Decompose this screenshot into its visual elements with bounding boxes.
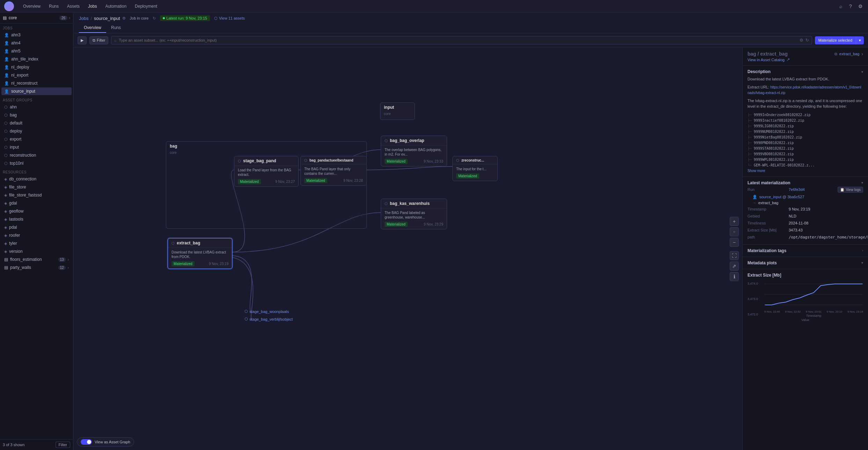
sidebar-item-default[interactable]: ⬡default [1, 119, 72, 127]
bag-bag-overlap-node[interactable]: ⬡ bag_bag_overlap The overlap between BA… [381, 136, 447, 166]
run-value-link[interactable]: 7e6fe3d4 [789, 187, 805, 192]
filter-button[interactable]: ⧉ Filter [89, 36, 108, 44]
metadata-plots-section: Metadata plots ▾ [743, 257, 868, 269]
file-tree-item: ├─9999LIG08102022.zip [747, 123, 863, 129]
view-assets-link[interactable]: ⬡ View 11 assets [214, 16, 245, 21]
run-source-link[interactable]: source_input @ 3ba6c527 [759, 195, 804, 199]
tab-runs[interactable]: Runs [106, 23, 126, 33]
title-prefix: bag / [747, 51, 759, 57]
bag-pandactueelbestaand-node[interactable]: ⬡ bag_pandactueelbestaand The BAG Pand l… [300, 156, 367, 186]
refresh-icon[interactable]: ↻ [805, 38, 809, 43]
sidebar-item-file-store[interactable]: ◈file_store [1, 183, 72, 191]
tree-line: ├─ [747, 157, 752, 163]
jobs-section-label: Jobs [0, 23, 73, 31]
sidebar-item-roofer[interactable]: ◈roofer [1, 231, 72, 239]
help-icon[interactable]: ? [847, 3, 854, 10]
materialize-selected-button[interactable]: Materialize selected ▾ [815, 36, 864, 44]
file-tree-item: └─GEM-WPL-RELATIE-08102022.z... [747, 163, 863, 168]
nav-overview[interactable]: Overview [20, 2, 44, 10]
timeliness-label: Timeliness [747, 221, 786, 225]
sidebar-item-top10nl[interactable]: ⬡top10nl [1, 159, 72, 167]
reconstructie-node[interactable]: ⬡ zreconstruc... The input for the t... … [452, 156, 498, 181]
asset-graph-toggle[interactable]: View as Asset Graph [77, 437, 134, 447]
input-node[interactable]: input core [380, 102, 415, 120]
sidebar-expand-icon[interactable]: › [69, 15, 70, 20]
sidebar-item-gdal[interactable]: ◈gdal [1, 199, 72, 207]
asset-group-icon: ⬡ [4, 121, 8, 126]
show-more-button[interactable]: Show more [747, 169, 765, 173]
toggle-track[interactable] [81, 439, 92, 445]
sidebar-item-geoflow[interactable]: ◈geoflow [1, 207, 72, 215]
sidebar-item-reconstruction[interactable]: ⬡reconstruction [1, 151, 72, 159]
zoom-in-button[interactable]: + [730, 217, 739, 226]
nav-automation[interactable]: Automation [102, 2, 130, 10]
play-button[interactable]: ▶ [78, 36, 87, 44]
sidebar-filter-button[interactable]: Filter [56, 442, 70, 448]
search-bar: ⌕ ⚙ ↻ [111, 36, 812, 44]
collapse-icon[interactable]: › [861, 51, 863, 57]
node-icon: ⬡ [385, 139, 388, 143]
tab-overview[interactable]: Overview [79, 23, 106, 33]
sidebar-item-ahn[interactable]: ⬡ahn [1, 103, 72, 111]
sidebar-item-nl-export[interactable]: 👤nl_export [1, 71, 72, 79]
logo-icon [4, 1, 14, 11]
sidebar-item-bag[interactable]: ⬡bag [1, 111, 72, 119]
job-icon: 👤 [4, 41, 9, 45]
asset-group-icon: ⬡ [4, 153, 8, 158]
stage-bag-pand-node[interactable]: ⬡ stage_bag_pand Load the Pand layer fro… [234, 156, 299, 187]
external-link-label[interactable]: extract_bag [839, 52, 859, 56]
sidebar-item-pdal[interactable]: ◈pdal [1, 223, 72, 231]
settings-icon[interactable]: ⚙ [857, 3, 864, 10]
timestamp-value: 9 Nov, 23:19 [789, 207, 863, 211]
graph-area[interactable]: bag core input core ⬡ extract_bag [73, 48, 742, 450]
materialize-dropdown-arrow[interactable]: ▾ [856, 36, 864, 44]
bag-kas-warenhuis-node[interactable]: ⬡ bag_kas_warenhuis The BAG Pand labeled… [381, 199, 447, 229]
latest-run-badge[interactable]: Latest run: 9 Nov, 23:15 [160, 15, 210, 21]
job-in-core-label[interactable]: Job in core [130, 16, 149, 20]
resource-icon: ◈ [4, 209, 7, 214]
sidebar-item-version[interactable]: ◈version [1, 248, 72, 255]
nav-jobs[interactable]: Jobs [85, 2, 100, 10]
sidebar-item-tyler[interactable]: ◈tyler [1, 240, 72, 247]
nav-deployment[interactable]: Deployment [131, 2, 161, 10]
stage-bag-woonplaats-link[interactable]: ⬡ stage_bag_woonplaats [245, 309, 289, 314]
stage-bag-verblijfsobject-link[interactable]: ⬡ stage_bag_verblijfsobject [245, 317, 293, 321]
config-icon[interactable]: ⚙ [800, 38, 803, 43]
sidebar-item-db-connection[interactable]: ◈db_connection [1, 175, 72, 183]
metadata-plots-header[interactable]: Metadata plots ▾ [747, 260, 863, 265]
search-icon[interactable]: ⌕ [837, 3, 844, 10]
extract-size-value: 3473.43 [789, 228, 863, 232]
sidebar-item-ahn3[interactable]: 👤ahn3 [1, 31, 72, 39]
share-button[interactable]: ⇗ [730, 262, 739, 271]
file-tree-item: ├─9999NietBag08102022.zip [747, 135, 863, 140]
refresh-icon[interactable]: ↻ [153, 16, 156, 21]
sidebar-item-lastools[interactable]: ◈lastools [1, 215, 72, 223]
zoom-out-button[interactable]: − [730, 238, 739, 247]
sidebar-item-export[interactable]: ⬡export [1, 135, 72, 143]
sidebar-item-nl-deploy[interactable]: 👤nl_deploy [1, 63, 72, 71]
sidebar-item-floors-estimation[interactable]: ▤ floors_estimation 13 › [1, 256, 72, 263]
view-in-catalog-link[interactable]: View in Asset Catalog ↗ [747, 57, 790, 62]
info-button[interactable]: ℹ [730, 272, 739, 281]
search-input[interactable] [119, 38, 797, 42]
mat-tags-header[interactable]: Materialization tags › [747, 248, 863, 253]
timestamp-label: Timestamp [747, 207, 786, 211]
extract-bag-node[interactable]: ⬡ extract_bag Download the latest LVBAG … [168, 238, 232, 269]
sidebar-item-party-walls[interactable]: ▤ party_walls 12 › [1, 264, 72, 271]
view-logs-button[interactable]: 📋 View logs [838, 187, 863, 193]
expand-button[interactable]: ⛶ [730, 251, 739, 260]
latest-mat-header[interactable]: Latest materialization ▾ [747, 180, 863, 185]
sidebar-item-deploy[interactable]: ⬡deploy [1, 127, 72, 135]
sidebar-item-input[interactable]: ⬡input [1, 143, 72, 151]
sidebar-item-ahn-tile-index[interactable]: 👤ahn_tile_index [1, 55, 72, 63]
status-dot [163, 17, 165, 19]
sidebar-item-nl-reconstruct[interactable]: 👤nl_reconstruct [1, 79, 72, 87]
sidebar-item-ahn4[interactable]: 👤ahn4 [1, 39, 72, 47]
sidebar-item-source-input[interactable]: 👤source_input [1, 87, 72, 95]
description-section-header[interactable]: Description ▾ [747, 69, 863, 74]
breadcrumb-parent[interactable]: Jobs [79, 16, 88, 21]
nav-runs[interactable]: Runs [45, 2, 62, 10]
sidebar-item-ahn5[interactable]: 👤ahn5 [1, 47, 72, 55]
sidebar-item-file-store-fastssd[interactable]: ◈file_store_fastssd [1, 191, 72, 199]
nav-assets[interactable]: Assets [64, 2, 83, 10]
